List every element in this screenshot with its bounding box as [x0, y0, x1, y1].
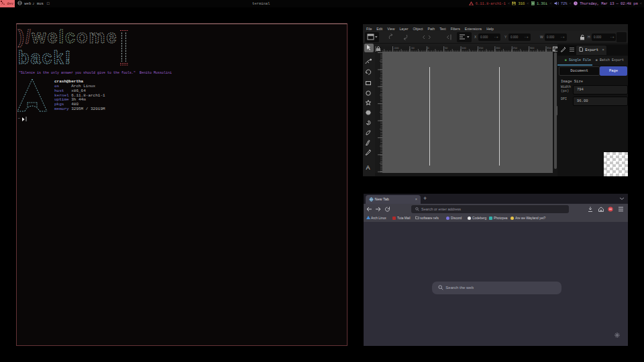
- svg-text:A: A: [366, 164, 370, 171]
- svg-text:back!: back!: [18, 48, 72, 68]
- svg-text:)/welcome: )/welcome: [18, 27, 118, 47]
